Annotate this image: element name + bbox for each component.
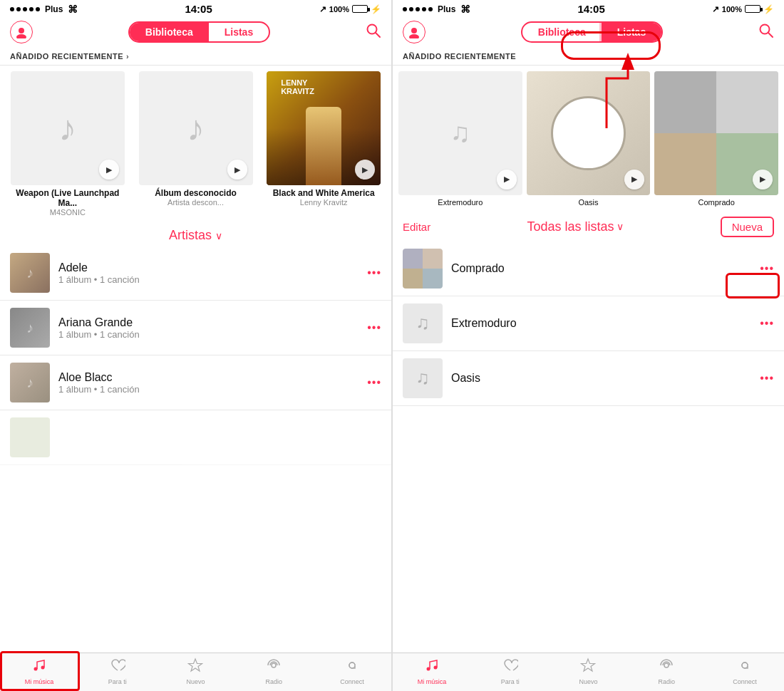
svg-point-10 <box>409 34 419 38</box>
tab-connect-right[interactable]: Connect <box>706 658 784 685</box>
pc-cell-1 <box>403 249 423 269</box>
biblioteca-btn-left[interactable]: Biblioteca <box>130 23 209 41</box>
avatar-left[interactable] <box>10 21 33 43</box>
dots-btn-aloe[interactable]: ••• <box>367 376 381 389</box>
artist-list: ♪ Adele 1 álbum • 1 canción ••• ♪ Ariana… <box>0 246 391 653</box>
svg-point-1 <box>16 34 26 38</box>
tab-label-nuevo-right: Nuevo <box>579 678 597 685</box>
signal-dot <box>23 7 27 11</box>
status-bar-right: Plus ⌘ 14:05 ↗ 100% ⚡ <box>393 0 784 16</box>
avatar-right[interactable] <box>403 21 425 43</box>
carrier-right: Plus ⌘ <box>403 4 470 15</box>
at-tab-icon-right <box>737 658 753 677</box>
album-item-extremoduro[interactable]: ♫ ▶ Extremoduro <box>398 71 522 207</box>
tab-mi-musica-right[interactable]: Mi música <box>393 658 471 685</box>
tab-label-radio-right: Radio <box>659 678 676 685</box>
listas-btn-right[interactable]: Listas <box>602 23 661 41</box>
playlist-comprado-grid <box>403 249 443 289</box>
note-icon: ♪ <box>26 320 33 336</box>
tab-nuevo-left[interactable]: Nuevo <box>157 658 235 685</box>
tab-para-ti-right[interactable]: Para ti <box>471 658 550 685</box>
tab-radio-right[interactable]: Radio <box>627 658 706 685</box>
heart-tab-icon-right <box>502 658 518 677</box>
artist-thumb-partial <box>10 417 50 457</box>
charge-icon: ⚡ <box>371 4 381 14</box>
svg-point-7 <box>272 663 276 667</box>
music-tab-icon <box>31 658 47 677</box>
artist-thumb-adele: ♪ <box>10 253 50 293</box>
battery-pct-left: 100% <box>329 5 349 14</box>
dots-btn-extremoduro[interactable]: ••• <box>760 317 774 330</box>
dots-btn-comprado[interactable]: ••• <box>760 262 774 275</box>
comprado-cell-2 <box>716 71 778 133</box>
album-item-weapon[interactable]: ♪ ▶ Weapon (Live Launchpad Ma... M4SONIC <box>6 71 130 217</box>
pc-cell-2 <box>423 249 443 269</box>
tab-para-ti-left[interactable]: Para ti <box>78 658 157 685</box>
artist-item-ariana[interactable]: ♪ Ariana Grande 1 álbum • 1 canción ••• <box>0 301 391 355</box>
tab-label-mi-musica-right: Mi música <box>418 678 447 685</box>
playlist-list: Comprado ••• ♫ Extremoduro ••• ♫ Oasis •… <box>393 241 784 653</box>
search-btn-right[interactable] <box>758 23 774 42</box>
play-button-weapon[interactable]: ▶ <box>99 160 119 180</box>
tab-label-para-ti-left: Para ti <box>108 678 127 685</box>
play-button-unknown[interactable]: ▶ <box>227 160 247 180</box>
artist-item-adele[interactable]: ♪ Adele 1 álbum • 1 canción ••• <box>0 246 391 301</box>
tab-label-radio-left: Radio <box>266 678 283 685</box>
status-bar-left: Plus ⌘ 14:05 ↗ 100% ⚡ <box>0 0 391 16</box>
svg-marker-6 <box>189 659 202 671</box>
nueva-button[interactable]: Nueva <box>721 217 774 237</box>
play-button-extremoduro[interactable]: ▶ <box>497 170 517 189</box>
search-btn-left[interactable] <box>366 23 381 42</box>
playlist-item-oasis[interactable]: ♫ Oasis ••• <box>393 351 784 406</box>
dots-btn-oasis[interactable]: ••• <box>760 372 774 385</box>
dots-btn-adele[interactable]: ••• <box>367 266 381 279</box>
music-note-icon: ♪ <box>58 108 76 149</box>
dots-btn-ariana[interactable]: ••• <box>367 321 381 334</box>
signal-dot <box>29 7 33 11</box>
right-panel: Plus ⌘ 14:05 ↗ 100% ⚡ Biblioteca Listas <box>392 0 784 691</box>
signal-dot <box>10 7 14 11</box>
play-button-oasis[interactable]: ▶ <box>624 170 644 189</box>
tab-bar-container-left: Mi música Para ti Nuevo <box>0 653 391 691</box>
album-item-unknown[interactable]: ♪ ▶ Álbum desconocido Artista descon... <box>134 71 258 217</box>
star-tab-icon <box>187 658 203 677</box>
signal-dot <box>422 7 426 11</box>
play-button-bwa[interactable]: ▶ <box>355 160 375 180</box>
time-left: 14:05 <box>185 3 212 15</box>
playlist-thumb-extremoduro: ♫ <box>403 303 443 343</box>
playlist-item-extremoduro[interactable]: ♫ Extremoduro ••• <box>393 296 784 351</box>
editar-button[interactable]: Editar <box>403 221 430 233</box>
chevron-right-icon: › <box>126 52 129 61</box>
album-thumb-weapon: ♪ ▶ <box>11 71 125 185</box>
tab-label-para-ti-right: Para ti <box>501 678 520 685</box>
tab-mi-musica-left[interactable]: Mi música <box>0 658 78 685</box>
artist-info-aloe: Aloe Blacc 1 álbum • 1 canción <box>58 371 359 395</box>
artist-item-aloe[interactable]: ♪ Aloe Blacc 1 álbum • 1 canción ••• <box>0 355 391 410</box>
play-button-comprado[interactable]: ▶ <box>753 170 773 189</box>
album-item-bwa[interactable]: LENNYKRAVITZ ▶ Black and White America L… <box>262 71 386 217</box>
listas-btn-left[interactable]: Listas <box>209 23 269 41</box>
tab-bar-right: Mi música Para ti Nuevo <box>393 653 784 691</box>
playlist-item-comprado[interactable]: Comprado ••• <box>393 241 784 296</box>
music-note-icon: ♪ <box>187 108 205 149</box>
biblioteca-btn-right[interactable]: Biblioteca <box>522 23 602 41</box>
music-tab-icon-right <box>424 658 440 677</box>
tab-connect-left[interactable]: Connect <box>313 658 391 685</box>
artist-thumb-ariana: ♪ <box>10 308 50 348</box>
tab-nuevo-right[interactable]: Nuevo <box>550 658 628 685</box>
album-row-right: ♫ ▶ Extremoduro ▶ Oasis ▶ <box>393 66 784 211</box>
tab-radio-left[interactable]: Radio <box>234 658 313 685</box>
album-item-oasis[interactable]: ▶ Oasis <box>527 71 651 207</box>
playlists-header: Editar Todas las listas ∨ Nueva <box>393 211 784 241</box>
album-item-comprado[interactable]: ▶ Comprado <box>654 71 778 207</box>
heart-tab-icon <box>110 658 125 677</box>
nav-toggle-right: Biblioteca Listas <box>521 21 663 43</box>
battery-bar-right <box>745 5 760 13</box>
nav-header-right: Biblioteca Listas <box>393 16 784 49</box>
pc-cell-3 <box>403 269 423 289</box>
battery-pct-right: 100% <box>722 5 742 14</box>
artists-header[interactable]: Artistas ∨ <box>0 221 391 246</box>
artist-info-ariana: Ariana Grande 1 álbum • 1 canción <box>58 316 359 340</box>
svg-line-12 <box>768 33 773 37</box>
time-right: 14:05 <box>577 3 604 15</box>
